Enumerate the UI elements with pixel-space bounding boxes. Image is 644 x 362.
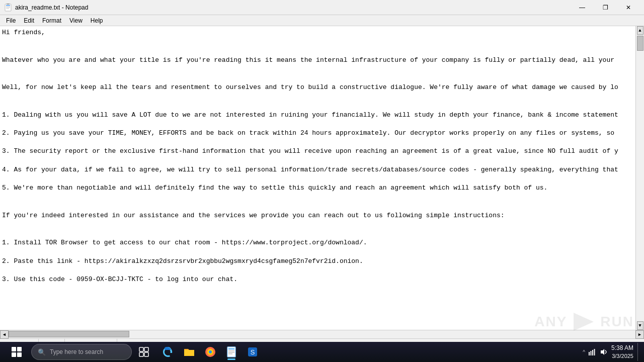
svg-rect-21 xyxy=(589,352,590,355)
hscroll-thumb[interactable] xyxy=(9,331,129,337)
scroll-up-button[interactable]: ▲ xyxy=(637,26,643,35)
svg-rect-1 xyxy=(6,5,10,6)
svg-rect-8 xyxy=(144,347,148,351)
vertical-scrollbar[interactable]: ▲ ▼ xyxy=(635,26,644,330)
edge-app-button[interactable] xyxy=(158,343,178,361)
close-button[interactable]: ✕ xyxy=(617,0,640,15)
blue-app-icon: S xyxy=(247,346,259,358)
clock-time: 5:38 AM xyxy=(611,344,633,352)
scroll-right-button[interactable]: ▶ xyxy=(635,330,644,339)
scroll-down-button[interactable]: ▼ xyxy=(637,321,643,330)
text-content[interactable]: Hi friends, Whatever who you are and wha… xyxy=(0,26,635,330)
menu-format[interactable]: Format xyxy=(38,16,65,25)
notepad-taskbar-icon xyxy=(225,346,237,358)
menu-file[interactable]: File xyxy=(2,16,20,25)
show-hidden-icon[interactable]: ^ xyxy=(583,349,585,355)
search-placeholder: Type here to search xyxy=(50,348,103,355)
restore-button[interactable]: ❐ xyxy=(594,0,617,15)
taskbar: 🔍 Type here to search xyxy=(0,342,644,362)
firefox-button[interactable] xyxy=(200,343,220,361)
show-desktop-button[interactable] xyxy=(637,343,640,361)
menu-view[interactable]: View xyxy=(65,16,87,25)
svg-rect-23 xyxy=(592,350,593,355)
taskbar-search-bar[interactable]: 🔍 Type here to search xyxy=(31,344,132,360)
window-controls: — ❐ ✕ xyxy=(571,0,640,15)
blue-app-button[interactable]: S xyxy=(243,343,263,361)
document-text: Hi friends, Whatever who you are and wha… xyxy=(2,28,633,284)
svg-marker-25 xyxy=(601,349,604,355)
svg-rect-22 xyxy=(590,351,591,355)
taskbar-clock[interactable]: 5:38 AM 3/3/2025 xyxy=(611,344,633,359)
taskbar-tray: ^ 5:38 AM 3/3/2025 xyxy=(583,343,640,361)
svg-rect-10 xyxy=(144,352,148,356)
network-icon xyxy=(588,348,596,356)
svg-rect-24 xyxy=(594,349,595,355)
anyrun-logo-icon xyxy=(571,312,596,332)
menu-bar: File Edit Format View Help xyxy=(0,15,644,26)
svg-rect-9 xyxy=(139,352,143,356)
editor-area: Hi friends, Whatever who you are and wha… xyxy=(0,26,644,330)
svg-text:S: S xyxy=(251,348,255,356)
search-icon: 🔍 xyxy=(38,348,46,356)
scroll-thumb[interactable] xyxy=(637,36,643,51)
menu-help[interactable]: Help xyxy=(87,16,107,25)
svg-rect-17 xyxy=(228,352,234,353)
svg-rect-16 xyxy=(228,350,234,351)
notepad-icon xyxy=(4,4,12,12)
minimize-button[interactable]: — xyxy=(571,0,594,15)
windows-icon xyxy=(12,347,22,357)
taskbar-apps: S xyxy=(158,343,263,361)
title-bar: akira_readme.txt - Notepad — ❐ ✕ xyxy=(0,0,644,15)
svg-rect-2 xyxy=(6,6,10,7)
svg-rect-18 xyxy=(228,353,232,354)
volume-icon xyxy=(599,348,607,356)
svg-rect-3 xyxy=(6,7,10,8)
svg-marker-6 xyxy=(574,313,594,331)
window-title: akira_readme.txt - Notepad xyxy=(15,4,88,11)
watermark: ANY RUN xyxy=(534,312,634,332)
task-view-button[interactable] xyxy=(134,343,154,361)
svg-rect-7 xyxy=(139,347,143,351)
system-tray: ^ xyxy=(583,348,607,356)
folder-icon xyxy=(183,346,195,358)
menu-edit[interactable]: Edit xyxy=(20,16,38,25)
svg-point-13 xyxy=(209,350,212,353)
task-view-icon xyxy=(139,347,149,357)
svg-rect-5 xyxy=(7,4,10,5)
svg-rect-4 xyxy=(6,8,9,9)
edge-icon xyxy=(162,346,174,358)
start-button[interactable] xyxy=(4,343,29,361)
scroll-left-button[interactable]: ◀ xyxy=(0,330,9,339)
clock-date: 3/3/2025 xyxy=(611,352,633,359)
notepad-taskbar-button[interactable] xyxy=(221,343,242,361)
svg-rect-15 xyxy=(228,348,234,349)
file-explorer-button[interactable] xyxy=(179,343,199,361)
firefox-icon xyxy=(204,346,216,358)
